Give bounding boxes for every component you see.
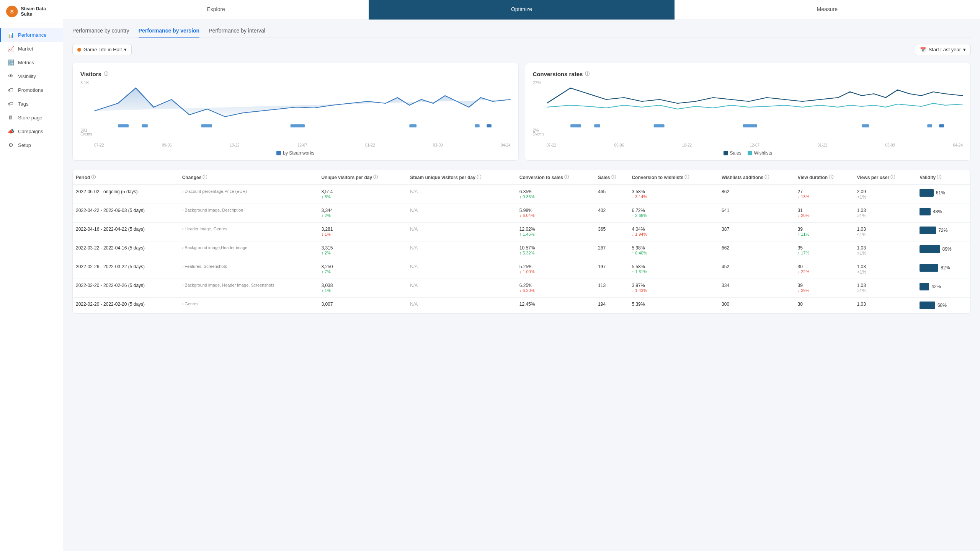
validity-info-icon[interactable]: ⓘ (937, 174, 941, 181)
uv-info-icon[interactable]: ⓘ (373, 174, 378, 181)
sidebar-item-promotions[interactable]: 🏷 Promotions (0, 83, 63, 97)
filters-row: Game Life in Half ▾ 📅 Start Last year ▾ (72, 44, 971, 55)
vpu-info-icon[interactable]: ⓘ (890, 174, 895, 181)
col-conversion-sales: Conversion to sales ⓘ (516, 170, 595, 185)
sidebar-item-tags[interactable]: 🏷 Tags (0, 97, 63, 111)
conversion-sales-cell-5: 6.25% ↓ 6.20% (516, 279, 595, 298)
validity-cell-5: 42% (916, 279, 970, 298)
sales-cell-6: 194 (595, 298, 629, 313)
wishlists-cell-5: 334 (719, 279, 795, 298)
uv-change: ↑ 2% (321, 213, 404, 218)
sidebar-item-setup[interactable]: ⚙ Setup (0, 138, 63, 152)
main-content: Explore Optimize Measure Performance by … (63, 0, 980, 551)
views-per-user-cell-3: 1.03 >1% (854, 241, 917, 260)
validity-pct: 48% (933, 209, 942, 214)
conversion-wishlists-cell-4: 5.58% ↑ 1.61% (629, 260, 719, 279)
visitors-legend: by Steamworks (80, 150, 511, 156)
period-info-icon[interactable]: ⓘ (91, 174, 96, 181)
date-range-button[interactable]: 📅 Start Last year ▾ (915, 44, 971, 55)
view-duration-cell-2: 39 ↑ 11% (795, 223, 854, 241)
sidebar-item-campaigns[interactable]: 📣 Campaigns (0, 124, 63, 138)
col-steam-unique: Steam unique visitors per day ⓘ (407, 170, 516, 185)
validity-pct: 42% (931, 284, 941, 289)
view-duration-cell-0: 27 ↓ 13% (795, 185, 854, 204)
cw-change: ↓ 3.14% (632, 194, 715, 199)
tab-by-version[interactable]: Performance by version (139, 28, 200, 37)
validity-cell-6: 68% (916, 298, 970, 313)
conversion-wishlists-cell-6: 5.39% (629, 298, 719, 313)
logo: S Steam Data Suite (0, 0, 63, 23)
sales-info-icon[interactable]: ⓘ (611, 174, 616, 181)
game-filter-button[interactable]: Game Life in Half ▾ (72, 44, 132, 55)
cs-change: ↓ 1.00% (519, 269, 592, 274)
vd-info-icon[interactable]: ⓘ (829, 174, 833, 181)
campaigns-icon: 📣 (7, 128, 14, 134)
legend-sales-box (724, 151, 728, 155)
date-range-label: Start Last year (928, 47, 961, 52)
views-per-user-cell-1: 1.03 >1% (854, 204, 917, 223)
vd-change: ↑ 17% (798, 251, 851, 255)
unique-visitors-cell-2: 3,281 ↓ 1% (318, 223, 407, 241)
wa-info-icon[interactable]: ⓘ (764, 174, 769, 181)
changes-cell-5: › Background image, Header image, Screen… (179, 279, 318, 298)
metrics-icon: 🔢 (7, 59, 14, 65)
top-navigation: Explore Optimize Measure (63, 0, 980, 20)
sidebar-item-market[interactable]: 📈 Market (0, 42, 63, 55)
conversion-sales-cell-0: 6.35% ↑ 0.36% (516, 185, 595, 204)
col-period: Period ⓘ (73, 170, 179, 185)
logo-text: Steam Data Suite (21, 6, 57, 17)
legend-sales: Sales (724, 150, 742, 156)
nav-explore[interactable]: Explore (63, 0, 369, 20)
chevron-icon: › (182, 227, 184, 231)
conversion-wishlists-cell-5: 3.97% ↓ 1.43% (629, 279, 719, 298)
svg-rect-7 (475, 124, 479, 127)
logo-icon: S (6, 5, 18, 18)
sidebar-item-visibility[interactable]: 👁 Visibility (0, 69, 63, 83)
performance-table: Period ⓘ Changes ⓘ Unique visitors per d… (73, 170, 970, 313)
sidebar-item-metrics[interactable]: 🔢 Metrics (0, 55, 63, 69)
unique-visitors-cell-0: 3,514 ↑ 5% (318, 185, 407, 204)
legend-wishlists-box (748, 151, 752, 155)
tab-by-country[interactable]: Performance by country (72, 28, 129, 37)
sidebar-label-visibility: Visibility (18, 73, 36, 79)
sidebar-label-tags: Tags (18, 101, 28, 107)
steam-unique-cell-4: N/A (407, 260, 516, 279)
nav-measure[interactable]: Measure (675, 0, 980, 20)
promotions-icon: 🏷 (7, 87, 14, 93)
suv-info-icon[interactable]: ⓘ (477, 174, 481, 181)
sidebar-item-performance[interactable]: 📊 Performance (0, 28, 63, 42)
conversion-sales-cell-4: 5.25% ↓ 1.00% (516, 260, 595, 279)
visitors-info-icon[interactable]: ⓘ (104, 71, 108, 77)
changes-cell-6: › Genres (179, 298, 318, 313)
changes-cell-4: › Features, Screenshots (179, 260, 318, 279)
svg-rect-8 (487, 124, 491, 127)
unique-visitors-cell-6: 3,007 (318, 298, 407, 313)
legend-wishlists: Wishlists (748, 150, 772, 156)
nav-optimize[interactable]: Optimize (369, 0, 674, 20)
svg-rect-2 (118, 124, 129, 127)
vd-change: ↓ 13% (798, 194, 851, 199)
col-conversion-wishlists: Conversion to wishlists ⓘ (629, 170, 719, 185)
visitors-chart-area: 3.1K 391 Events (80, 80, 511, 142)
views-per-user-cell-6: 1.03 (854, 298, 917, 313)
cs-info-icon[interactable]: ⓘ (564, 174, 569, 181)
svg-rect-3 (142, 124, 148, 127)
unique-visitors-cell-5: 3,038 ↑ 1% (318, 279, 407, 298)
tab-by-interval[interactable]: Performance by interval (209, 28, 265, 37)
store-page-icon: 🖥 (7, 114, 14, 121)
visitors-y-label: Events (80, 132, 92, 136)
sidebar-item-store-page[interactable]: 🖥 Store page (0, 111, 63, 124)
changes-info-icon[interactable]: ⓘ (203, 174, 207, 181)
sales-cell-5: 113 (595, 279, 629, 298)
cw-info-icon[interactable]: ⓘ (684, 174, 689, 181)
page-content: Performance by country Performance by ve… (63, 20, 980, 551)
unique-visitors-cell-1: 3,344 ↑ 2% (318, 204, 407, 223)
svg-rect-14 (927, 124, 932, 127)
visitors-x-labels: 07-22 09-06 10-22 12-07 01-22 03-09 04-2… (80, 143, 511, 147)
cw-change: ↑ 0.40% (632, 251, 715, 255)
market-icon: 📈 (7, 46, 14, 52)
steam-unique-cell-6: N/A (407, 298, 516, 313)
validity-cell-0: 61% (916, 185, 970, 204)
validity-cell-3: 89% (916, 241, 970, 260)
conversions-info-icon[interactable]: ⓘ (585, 71, 590, 77)
